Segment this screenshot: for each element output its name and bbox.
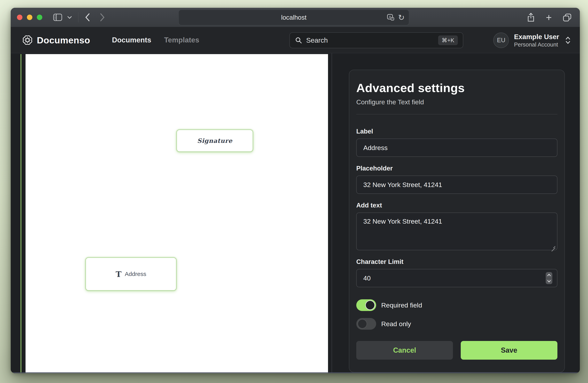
traffic-lights [17,15,42,20]
character-limit-field-label: Character Limit [356,258,557,266]
titlebar-separator [78,12,79,22]
panel-title: Advanced settings [356,81,557,95]
text-field-label: Address [125,271,146,277]
avatar-initials: EU [497,37,505,44]
toggle-knob [365,300,375,310]
save-button[interactable]: Save [461,341,557,360]
label-field-label: Label [356,128,557,135]
document-page[interactable] [25,54,328,373]
placeholder-input[interactable] [356,175,557,194]
read-only-toggle-label: Read only [381,320,411,328]
character-limit-input[interactable] [356,269,557,287]
signature-field-label: Signature [197,137,232,144]
main-content: Signature T Address Advanced settings Co… [11,53,580,373]
documenso-logo-icon [22,35,33,46]
add-text-field-label: Add text [356,202,557,209]
add-text-textarea[interactable]: 32 New York Street, 41241 [356,212,557,250]
signature-field[interactable]: Signature [176,129,253,152]
minimize-window-button[interactable] [27,15,32,20]
avatar: EU [493,33,509,48]
advanced-settings-panel: Advanced settings Configure the Text fie… [349,70,565,372]
search-placeholder: Search [306,36,328,44]
translate-icon[interactable]: A [387,14,395,21]
cancel-button[interactable]: Cancel [356,341,453,360]
search-icon [295,37,302,44]
close-window-button[interactable] [17,15,22,20]
account-chevron-updown-icon [565,36,570,44]
label-input[interactable] [356,138,557,157]
url-text: localhost [281,14,306,21]
toggle-knob [357,319,367,329]
nav-templates[interactable]: Templates [164,36,199,44]
text-icon: T [116,269,122,279]
number-stepper [546,272,552,284]
share-icon[interactable] [527,13,535,22]
new-tab-icon[interactable]: + [546,12,552,22]
placeholder-field-label: Placeholder [356,165,557,172]
panel-divider [356,114,557,115]
account-menu[interactable]: EU Example User Personal Account [493,27,570,53]
desktop: localhost A ↻ [0,0,588,383]
content-divider [332,53,332,373]
brand[interactable]: Documenso [22,35,90,46]
search-shortcut-badge: ⌘+K [438,36,458,45]
panel-subtitle: Configure the Text field [356,98,557,106]
sidebar-toggle-icon[interactable] [53,14,62,21]
required-field-toggle[interactable] [356,299,376,311]
text-field-address[interactable]: T Address [85,257,177,291]
user-name: Example User [514,33,559,41]
app-header: Documenso Documents Templates Search ⌘+K [11,27,580,53]
read-only-toggle[interactable] [356,318,376,330]
stepper-up-icon[interactable] [546,272,552,278]
stepper-down-icon[interactable] [546,278,552,284]
search-input[interactable]: Search ⌘+K [289,32,463,48]
user-account-type: Personal Account [514,41,559,48]
required-field-toggle-label: Required field [381,302,422,309]
browser-window: localhost A ↻ [11,8,580,373]
page-edge-highlight [21,54,21,373]
nav-documents[interactable]: Documents [112,36,151,44]
browser-titlebar: localhost A ↻ [11,8,580,27]
tab-overview-icon[interactable] [563,13,572,22]
sidebar-chevron-down-icon[interactable] [67,16,72,19]
forward-icon[interactable] [100,13,105,22]
reload-icon[interactable]: ↻ [398,14,405,21]
address-bar[interactable]: localhost A ↻ [178,10,409,25]
brand-name: Documenso [37,35,90,46]
back-icon[interactable] [85,13,90,22]
main-nav: Documents Templates [112,36,199,44]
fullscreen-window-button[interactable] [37,15,42,20]
